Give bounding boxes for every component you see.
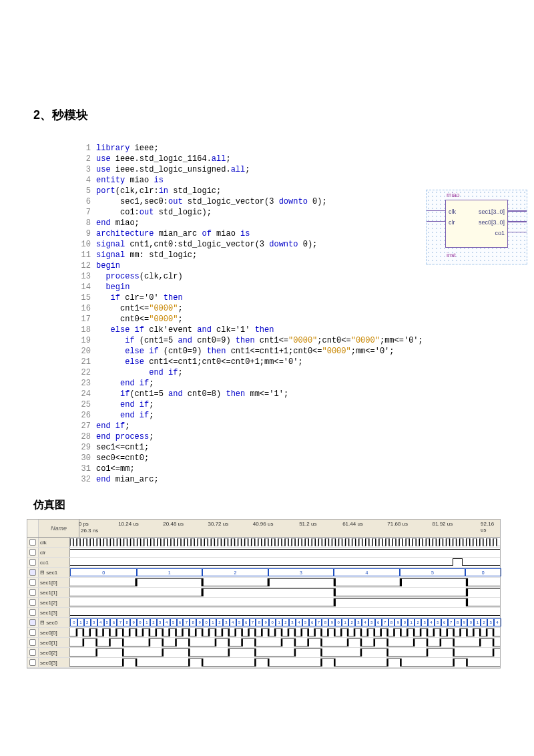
code-line: 4entity miao is	[73, 175, 501, 186]
code-block: 1library ieee;2use ieee.std_logic_1164.a…	[73, 143, 501, 485]
signal-name: clr	[39, 548, 70, 557]
time-tick: 61.44 us	[342, 521, 363, 527]
pin-clk: clk	[449, 208, 456, 215]
time-tick: 92.16 us	[481, 521, 494, 533]
waveform-row: sec1[0]	[27, 578, 500, 588]
waveform-row: ⊟ sec00123456789012345678901234567890123…	[27, 618, 500, 628]
waveform-row: sec0[2]	[27, 648, 500, 658]
ruler-icon-col	[27, 520, 39, 537]
signal-name: sec0[0]	[39, 628, 70, 637]
time-tick: 51.2 us	[299, 521, 316, 527]
code-line: 26 end if;	[73, 410, 501, 421]
code-line: 13 process(clk,clr)	[73, 271, 501, 282]
signal-icon	[27, 548, 39, 557]
signal-name: co1	[39, 558, 70, 567]
block-diagram: miao clk clr sec1[3..0] sec0[3..0] co1 i…	[426, 190, 527, 264]
waveform-row: clr	[27, 548, 500, 558]
signal-wave	[70, 598, 500, 607]
time-tick: 71.68 us	[387, 521, 408, 527]
block-title: miao	[447, 192, 460, 198]
waveform-row: sec0[3]	[27, 658, 500, 668]
waveform-row: sec1[1]	[27, 588, 500, 598]
code-line: 15 if clr='0' then	[73, 293, 501, 303]
time-tick: 40.96 us	[253, 521, 274, 527]
waveform-row: ⊟ sec10123450	[27, 568, 500, 578]
signal-icon	[27, 658, 39, 667]
signal-icon	[27, 558, 39, 567]
time-tick: 30.72 us	[208, 521, 229, 527]
block-inst: inst	[447, 252, 456, 258]
signal-name: clk	[39, 538, 70, 547]
signal-name: ⊟ sec0	[39, 618, 70, 627]
signal-name: sec1[2]	[39, 598, 70, 607]
time-tick: 10.24 us	[118, 521, 139, 527]
pin-clr: clr	[449, 219, 455, 226]
waveform-row: co1	[27, 558, 500, 568]
cursor-time: 26.3 ns	[81, 528, 98, 534]
signal-icon	[27, 568, 39, 577]
code-line: 27end if;	[73, 421, 501, 431]
code-line: 23 end if;	[73, 378, 501, 389]
signal-icon	[27, 648, 39, 657]
code-line: 30sec0<=cnt0;	[73, 453, 501, 463]
waveform-row: sec1[3]	[27, 608, 500, 618]
signal-icon	[27, 588, 39, 597]
signal-icon	[27, 638, 39, 647]
signal-name: sec1[3]	[39, 608, 70, 617]
signal-name: sec0[2]	[39, 648, 70, 657]
signal-icon	[27, 578, 39, 587]
signal-icon	[27, 618, 39, 627]
signal-name: sec0[3]	[39, 658, 70, 667]
sim-subtitle: 仿真图	[33, 498, 501, 512]
pin-sec1: sec1[3..0]	[479, 208, 505, 215]
signal-icon	[27, 628, 39, 637]
code-line: 2use ieee.std_logic_1164.all;	[73, 154, 501, 164]
code-line: 28end process;	[73, 431, 501, 442]
waveform-row: sec1[2]	[27, 598, 500, 608]
pin-sec0: sec0[3..0]	[479, 219, 505, 226]
signal-wave	[70, 608, 500, 617]
code-line: 14 begin	[73, 282, 501, 293]
code-line: 32end mian_arc;	[73, 474, 501, 485]
signal-icon	[27, 598, 39, 607]
code-line: 31co1<=mm;	[73, 463, 501, 474]
time-tick: 20.48 us	[163, 521, 184, 527]
code-line: 17 cnt0<="0000";	[73, 314, 501, 325]
signal-wave	[70, 578, 500, 587]
waveform-row: sec0[0]	[27, 628, 500, 638]
signal-name: sec1[1]	[39, 588, 70, 597]
waveform-viewer: Name 26.3 ns 0 ps10.24 us20.48 us30.72 u…	[27, 519, 501, 669]
name-column-header: Name	[39, 520, 79, 537]
signal-icon	[27, 608, 39, 617]
signal-wave	[70, 658, 500, 667]
signal-wave	[70, 548, 500, 557]
signal-wave	[70, 538, 500, 547]
code-line: 1library ieee;	[73, 143, 501, 154]
code-line: 29sec1<=cnt1;	[73, 442, 501, 453]
code-line: 20 else if (cnt0=9) then cnt1<=cnt1+1;cn…	[73, 346, 501, 357]
code-line: 22 end if;	[73, 367, 501, 378]
time-ruler: 26.3 ns 0 ps10.24 us20.48 us30.72 us40.9…	[79, 520, 500, 537]
code-line: 3use ieee.std_logic_unsigned.all;	[73, 164, 501, 175]
code-line: 24 if(cnt1=5 and cnt0=8) then mm<='1';	[73, 389, 501, 399]
code-line: 25 end if;	[73, 399, 501, 410]
signal-icon	[27, 538, 39, 547]
code-line: 16 cnt1<="0000";	[73, 303, 501, 314]
time-tick: 81.92 us	[433, 521, 453, 527]
signal-wave	[70, 588, 500, 597]
signal-wave	[70, 648, 500, 657]
signal-name: sec0[1]	[39, 638, 70, 647]
time-tick: 0 ps	[79, 521, 89, 527]
signal-wave: 0123450	[70, 568, 500, 577]
signal-wave: 0123456789012345678901234567890123456789…	[70, 618, 500, 627]
waveform-row: clk	[27, 538, 500, 548]
pin-co1: co1	[495, 230, 505, 236]
signal-name: sec1[0]	[39, 578, 70, 587]
code-line: 19 if (cnt1=5 and cnt0=9) then cnt1<="00…	[73, 335, 501, 346]
block-symbol: clk clr sec1[3..0] sec0[3..0] co1	[445, 200, 508, 248]
code-line: 21 else cnt1<=cnt1;cnt0<=cnt0+1;mm<='0';	[73, 357, 501, 367]
signal-name: ⊟ sec1	[39, 568, 70, 577]
code-line: 18 else if clk'event and clk='1' then	[73, 325, 501, 335]
section-title: 2、秒模块	[33, 107, 501, 123]
signal-wave	[70, 628, 500, 637]
